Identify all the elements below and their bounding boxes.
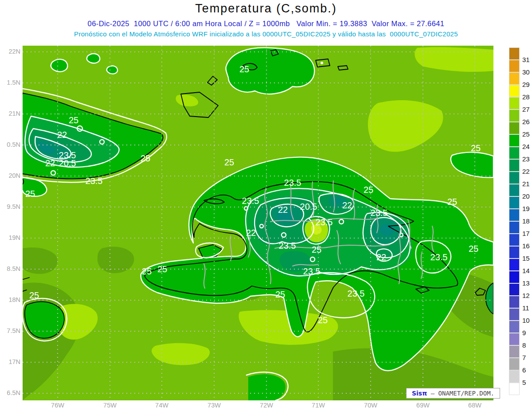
- contour-label: 22: [57, 130, 67, 140]
- contour-label: 23.5: [303, 266, 321, 276]
- lon-label: 74W: [149, 402, 175, 409]
- colorbar-swatch: [509, 134, 520, 147]
- colorbar-swatch: [509, 383, 520, 395]
- watermark-text: – ONAMET/REP.DOM.: [427, 390, 494, 397]
- colorbar-swatch: [509, 122, 520, 134]
- colorbar-swatch: [509, 221, 520, 234]
- contour-label: 23.5: [316, 217, 333, 227]
- colorbar-swatch: [509, 271, 520, 283]
- lon-label: 68W: [462, 402, 488, 409]
- colorbar-tick: 27: [522, 106, 532, 113]
- weather-map-page: Temperatura (C,somb.) 06-Dic-2025 1000 U…: [0, 0, 532, 411]
- colorbar-tick: 12: [522, 292, 532, 299]
- colorbar-swatch: [509, 110, 520, 122]
- subtitle-model-info: Pronóstico con el Modelo Atmósferico WRF…: [0, 30, 532, 38]
- colorbar-tick: 21: [522, 180, 532, 188]
- colorbar-tick: 22: [522, 168, 532, 175]
- temperature-map: 25252223.52220.523.525252523.523.52220.5…: [23, 46, 493, 400]
- colorbar-swatch: [509, 333, 520, 345]
- colorbar-tick: 20: [522, 192, 532, 200]
- watermark-brand: Sisπ: [412, 390, 427, 397]
- contour-label: 22: [342, 200, 352, 210]
- colorbar-swatch: [509, 97, 520, 110]
- lat-label: 0.5N: [0, 141, 20, 148]
- contour-label: 22: [246, 228, 256, 238]
- colorbar-tick: 16: [522, 242, 532, 250]
- colorbar-swatch: [509, 234, 520, 246]
- contour-label: 22: [376, 252, 386, 262]
- colorbar-tick: 9: [522, 329, 532, 337]
- lat-label: 8.5N: [0, 265, 20, 272]
- colorbar-tick: 23: [522, 155, 532, 163]
- colorbar-tick: 8: [522, 341, 532, 349]
- contour-label: 25: [312, 245, 321, 254]
- contour-label: 23.5: [279, 241, 296, 251]
- contour-label: 25: [275, 290, 285, 299]
- colorbar-tick: 17: [522, 230, 532, 237]
- colorbar-swatch: [509, 72, 520, 85]
- lat-label: 17N: [0, 358, 20, 365]
- contour-label: 25: [142, 266, 152, 276]
- contour-label: 25: [364, 185, 373, 195]
- colorbar-tick: 29: [522, 81, 532, 88]
- colorbar-swatch: [509, 345, 520, 358]
- colorbar-swatch: [509, 321, 520, 333]
- contour-label: 25: [224, 157, 234, 167]
- contour-label: 25: [25, 189, 35, 199]
- lat-label: 9.5N: [0, 203, 20, 210]
- page-title: Temperatura (C,somb.): [0, 2, 532, 16]
- colorbar-tick: 13: [522, 279, 532, 287]
- colorbar-swatch: [509, 159, 520, 172]
- colorbar-tick: 19: [522, 205, 532, 212]
- colorbar-tick: 5: [522, 379, 532, 386]
- contour-label: 25: [318, 315, 328, 325]
- colorbar-tick: 11: [522, 304, 532, 312]
- contour-label: 23.5: [86, 176, 103, 186]
- contour-label: 23.5: [242, 196, 259, 206]
- watermark-box: Sisπ – ONAMET/REP.DOM.: [406, 388, 500, 399]
- subtitle-run-info: 06-Dic-2025 1000 UTC / 6:00 am Hora Loca…: [0, 20, 532, 28]
- colorbar-tick: 7: [522, 354, 532, 361]
- colorbar-tick: 30: [522, 68, 532, 76]
- contour-label: 25: [157, 264, 167, 274]
- lat-label: 20N: [0, 172, 20, 179]
- colorbar-swatch: [509, 283, 520, 296]
- lat-label: 1.5N: [0, 79, 20, 86]
- colorbar-swatch: [509, 308, 520, 321]
- colorbar-swatch: [509, 196, 520, 209]
- colorbar-swatch: [509, 184, 520, 196]
- lat-label: 21N: [0, 110, 20, 117]
- lat-label: 18N: [0, 296, 20, 303]
- colorbar-swatch: [509, 85, 520, 97]
- lat-label: 6.5N: [0, 389, 20, 396]
- contour-label: 25: [29, 290, 39, 300]
- lat-label: 7.5N: [0, 327, 20, 334]
- lon-label: 75W: [97, 402, 123, 409]
- colorbar-swatch: [509, 296, 520, 308]
- contour-label: 20.5: [300, 202, 317, 211]
- contour-label: 22: [45, 158, 55, 168]
- colorbar-swatch: [509, 209, 520, 221]
- lon-label: 70W: [357, 402, 384, 409]
- lon-label: 76W: [44, 402, 71, 409]
- colorbar-tick: 24: [522, 143, 532, 150]
- colorbar-swatch: [509, 172, 520, 184]
- colorbar-tick: 25: [522, 130, 532, 138]
- lon-label: 73W: [201, 402, 227, 409]
- colorbar-swatch: [509, 370, 520, 383]
- lat-label: 22N: [0, 48, 20, 55]
- colorbar-tick: 31: [522, 56, 532, 63]
- colorbar-tick: 14: [522, 267, 532, 274]
- contour-label: 23.5: [348, 289, 365, 298]
- colorbar-swatch: [509, 358, 520, 370]
- colorbar-swatch: [509, 258, 520, 271]
- contour-label: 22: [278, 205, 288, 215]
- contour-label: 25: [239, 64, 249, 74]
- contour-label: 23.5: [371, 208, 388, 218]
- contour-label: 23.5: [284, 178, 301, 188]
- colorbar-swatch: [509, 246, 520, 258]
- lat-label: 19N: [0, 234, 20, 241]
- contour-label: 25: [141, 153, 150, 163]
- colorbar-tick: 18: [522, 217, 532, 225]
- contour-label: 25: [469, 244, 478, 254]
